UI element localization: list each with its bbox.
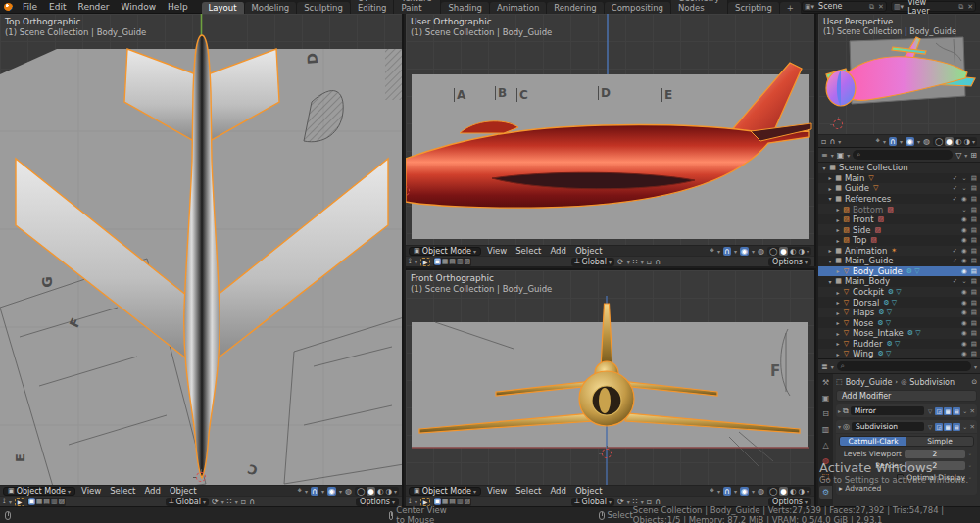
visibility-toggles[interactable]: ◉ ▤ (961, 215, 978, 223)
visibility-toggles[interactable]: ✓ ⌄ ▤ (953, 174, 978, 182)
visibility-toggles[interactable]: ✓ ⌄ ▤ (953, 277, 978, 285)
add-modifier-button[interactable]: Add Modifier (836, 390, 977, 402)
disclosure-icon[interactable]: ▸ (834, 299, 842, 306)
view-menu[interactable]: View (484, 486, 510, 496)
overlays-icon[interactable]: ◍ (923, 137, 930, 146)
visibility-toggles[interactable]: ✓ ◉ ▤ (953, 195, 978, 203)
options-menu[interactable]: Options▾ (768, 498, 811, 506)
mode-selector[interactable]: ▣Object Mode▾ (409, 247, 481, 256)
properties-tab-icon[interactable]: ⚙ (819, 486, 832, 499)
delete-modifier-icon[interactable]: ✕ (970, 423, 975, 431)
display-mode-icon[interactable]: ▣ (837, 151, 845, 160)
visibility-toggles[interactable]: ◉ ▤ (961, 226, 978, 234)
select-tool-modes[interactable]: ▣▦▤▥▨ (433, 498, 471, 506)
select-menu[interactable]: Select (513, 246, 544, 256)
visibility-toggles[interactable]: ◉ ▤ (961, 236, 978, 244)
outliner-row[interactable]: ▸ ▨ Bottom ▨ ⌄ ▤ (818, 204, 980, 214)
select-tool-modes[interactable]: ▣▦▤▥▨ (433, 258, 471, 266)
snap-settings-icon[interactable]: ∷ (227, 498, 232, 506)
viewport-top-orthographic[interactable]: Top Orthographic (1) Scene Collection | … (0, 14, 404, 506)
visibility-toggles[interactable]: ◉ ▤ (961, 350, 978, 357)
falloff-curve-icon[interactable]: ∩ (249, 498, 255, 506)
disclosure-icon[interactable]: ▸ (834, 206, 842, 213)
transform-orientation[interactable]: ⟂Global▾ (571, 258, 614, 266)
workspace-tab[interactable]: Sculpting (297, 2, 351, 14)
view-layer-selector[interactable]: ▥▾ View Layer ⧉ ✕ (891, 1, 976, 12)
editor-type-icon[interactable]: ⟟ (409, 497, 412, 506)
outliner-row[interactable]: ▾ ▦ Main_Guide ✓ ◉ ▤ (818, 256, 980, 266)
advanced-section[interactable]: ▸ Advanced (839, 484, 974, 493)
snap-icon[interactable]: ∩ (723, 487, 731, 496)
properties-search-input[interactable]: ⌕ (837, 361, 971, 371)
visibility-toggles[interactable]: ◉ ▤ (961, 288, 978, 296)
transform-pivot-icon[interactable]: ⟳ (617, 498, 624, 506)
outliner-row[interactable]: ▸ ▽ Cockpit ⚙ ▽ ◉ ▤ (818, 287, 980, 298)
visibility-toggles[interactable]: ✓ ◉ ▤ (953, 247, 978, 255)
workspace-tab[interactable]: Scripting (728, 2, 780, 14)
collapse-icon[interactable]: ▾ (838, 423, 841, 430)
modifier-name-field[interactable]: Mirror (851, 406, 924, 415)
add-menu[interactable]: Add (547, 486, 568, 496)
editor-type-icon[interactable]: ⟟ (409, 257, 412, 266)
disclosure-icon[interactable]: ▸ (834, 309, 842, 316)
object-menu[interactable]: Object (572, 486, 606, 496)
visibility-toggles[interactable]: ✓ ◉ ▤ (953, 257, 978, 264)
new-collection-icon[interactable]: ⊞ (970, 151, 977, 160)
outliner-row[interactable]: ▸ ▨ Top ▨ ◉ ▤ (818, 235, 980, 246)
disclosure-icon[interactable]: ▾ (826, 278, 834, 285)
viewport-front-orthographic[interactable]: Front Orthographic (1) Scene Collection … (406, 268, 816, 506)
outliner-row[interactable]: ▸ ▽ Rudder ⚙ ▽ ◉ ▤ (818, 339, 980, 350)
select-menu[interactable]: Select (107, 486, 138, 496)
transform-pivot-icon[interactable]: ⟳ (212, 498, 219, 506)
proportional-falloff-icon[interactable]: ▫ (647, 258, 652, 266)
disclosure-icon[interactable]: ▸ (826, 247, 834, 254)
properties-tab-icon[interactable]: ⬚ (819, 470, 832, 483)
modifier-name-field[interactable]: Subdivision (852, 422, 924, 431)
properties-filter-icon[interactable]: ▾ (974, 363, 977, 370)
expand-icon[interactable]: ▸ (838, 407, 841, 414)
select-menu[interactable]: Select (513, 486, 544, 496)
options-menu[interactable]: Options▾ (768, 258, 811, 266)
disclosure-icon[interactable]: ▸ (834, 289, 842, 296)
outliner-row[interactable]: ▸ ▽ Nose_Intake ⚙ ▽ ◉ ▤ (818, 328, 980, 339)
transform-pivot-icon[interactable]: ⟳ (617, 258, 624, 266)
mirror-modifier-header[interactable]: ▸ ⧉ Mirror ▽◲▦▤ ⌄ ✕ (836, 404, 977, 417)
disclosure-icon[interactable]: ▸ (834, 216, 842, 223)
viewport-user-perspective[interactable]: User Perspective (1) Scene Collection | … (818, 14, 980, 147)
workspace-tab[interactable]: Geometry Nodes (671, 0, 728, 14)
snap-icon[interactable]: ∩ (889, 137, 897, 146)
visibility-toggles[interactable]: ✓ ⌄ ▤ (953, 184, 978, 192)
breadcrumb-object[interactable]: Body_Guide (846, 378, 893, 387)
blender-logo-icon[interactable] (4, 3, 13, 11)
proportional-edit-icon[interactable]: ◉ (906, 137, 914, 146)
view-menu[interactable]: View (484, 246, 510, 256)
mode-selector[interactable]: ▣Object Mode▾ (409, 487, 481, 496)
visibility-toggles[interactable]: ◉ ▤ (961, 309, 978, 316)
outliner-row[interactable]: ▸ ▦ Animation ✶ ✓ ◉ ▤ (818, 246, 980, 257)
workspace-tab[interactable]: Rendering (547, 2, 604, 14)
proportional-falloff-icon[interactable]: ▫ (241, 498, 246, 506)
breadcrumb-modifier[interactable]: Subdivision (909, 378, 955, 387)
properties-tab-icon[interactable]: ▥ (819, 423, 832, 436)
close-view-layer-icon[interactable]: ✕ (965, 3, 975, 11)
workspace-tab[interactable]: Layout (202, 2, 245, 14)
snap-settings-icon[interactable]: ∷ (633, 498, 638, 506)
properties-tab-icon[interactable]: ◍ (819, 454, 832, 467)
object-menu[interactable]: Object (167, 486, 200, 496)
animate-dot[interactable]: ◦ (968, 474, 974, 481)
editor-type-icon[interactable]: ≡ (821, 151, 828, 160)
disclosure-icon[interactable]: ▸ (834, 319, 842, 326)
overlays-icon[interactable]: ◍ (345, 487, 352, 496)
close-scene-icon[interactable]: ✕ (876, 3, 886, 11)
editor-type-icon[interactable]: ⟟ (3, 497, 6, 506)
disclosure-icon[interactable]: ▸ (826, 185, 834, 192)
outliner-row[interactable]: ▸ ▽ Body_Guide ⚙ ▽ ◉ ▤ (818, 266, 980, 277)
shading-modes[interactable]: ◯●◐◑▾ (355, 487, 399, 496)
active-tool-icon[interactable]: ▶ (420, 498, 430, 506)
pivot-point-icon[interactable]: ⌖ (298, 486, 303, 496)
menu-item[interactable]: Render (73, 2, 116, 12)
new-scene-icon[interactable]: ⧉ (867, 3, 876, 11)
optimal-display-checkbox[interactable] (897, 474, 904, 481)
animate-dot[interactable]: ◦ (968, 462, 974, 469)
disclosure-icon[interactable]: ▾ (826, 195, 834, 202)
